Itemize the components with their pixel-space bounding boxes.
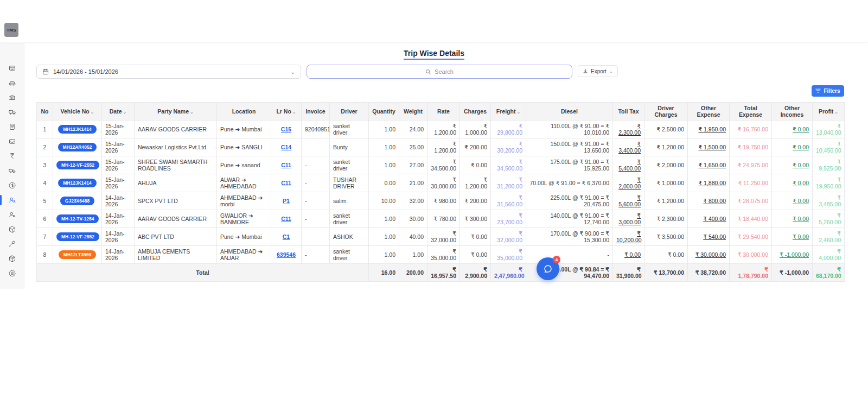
other_expense-link[interactable]: ₹ 1,500.00 (699, 144, 726, 150)
other_incomes-link[interactable]: ₹ 0.00 (793, 144, 809, 150)
cell-other_incomes[interactable]: ₹ 0.00 (772, 210, 813, 228)
sidebar-item-tools[interactable] (0, 239, 24, 249)
sort-icon[interactable]: ⌄ (123, 110, 127, 115)
cell-vehicle[interactable]: MH-12-VF-2552 (53, 156, 102, 174)
cell-other_expense[interactable]: ₹ 540.00 (688, 228, 730, 246)
other_expense-link[interactable]: ₹ 400.00 (703, 216, 726, 222)
cell-other_expense[interactable]: ₹ 1,500.00 (688, 138, 730, 156)
toll-link[interactable]: ₹ 2,300.00 (618, 123, 641, 136)
cell-lr[interactable]: C15 (271, 121, 302, 138)
sidebar-item-party-search[interactable] (0, 195, 24, 205)
cell-other_incomes[interactable]: ₹ 0.00 (772, 192, 813, 210)
table-row[interactable]: 7MH-12-VF-255214-Jan-2026ABC PVT LTDPune… (37, 228, 845, 246)
lr-number-link[interactable]: C11 (281, 216, 291, 222)
sidebar-item-fuel-machine[interactable] (0, 122, 24, 131)
cell-other_expense[interactable]: ₹ 800.00 (688, 192, 730, 210)
cell-lr[interactable]: 639546 (271, 246, 302, 264)
other_expense-link[interactable]: ₹ 1,880.00 (699, 180, 726, 186)
sort-icon[interactable]: ⌄ (834, 110, 838, 115)
toll-link[interactable]: ₹ 2,000.00 (618, 176, 641, 189)
cell-vehicle[interactable]: MH-12-VF-2552 (53, 228, 102, 246)
lr-number-link[interactable]: C15 (281, 126, 291, 132)
sidebar-item-dashboard[interactable] (0, 64, 24, 73)
table-row[interactable]: 5GJ23X648814-Jan-2026SPCX PVT LTDAHMEDAB… (37, 192, 845, 210)
cell-lr[interactable]: C11 (271, 210, 302, 228)
sidebar-item-box[interactable] (0, 254, 24, 263)
table-row[interactable]: 4MH12JK141415-Jan-2026AHUJAALWAR ➜ AHMED… (37, 174, 845, 192)
table-row[interactable]: 3MH-12-VF-255215-Jan-2026SHREE SWAMI SAM… (37, 156, 845, 174)
sidebar-item-bank[interactable] (0, 93, 24, 102)
cell-vehicle[interactable]: GJ23X6488 (53, 192, 102, 210)
table-row[interactable]: 8MH12LT399914-Jan-2026AMBUJA CEMENTS LIM… (37, 246, 845, 264)
sidebar-item-dollar-coin[interactable] (0, 181, 24, 190)
cell-other_incomes[interactable]: ₹ -1,000.00 (772, 246, 813, 264)
cell-vehicle[interactable]: MH12JK1414 (53, 174, 102, 192)
other_expense-link[interactable]: ₹ 1,950.00 (699, 126, 726, 132)
cell-lr[interactable]: C11 (271, 174, 302, 192)
table-search-input[interactable]: Search (307, 65, 572, 79)
column-header-vehicle-no[interactable]: Vehicle No⌄ (53, 103, 102, 121)
cell-vehicle[interactable]: MH-12-TV-1254 (53, 210, 102, 228)
other_expense-link[interactable]: ₹ 800.00 (703, 198, 726, 204)
column-header-date[interactable]: Date⌄ (102, 103, 135, 121)
other_expense-link[interactable]: ₹ 1,650.00 (699, 162, 726, 168)
vehicle-number-pill[interactable]: MH-12-TV-1254 (56, 214, 99, 223)
other_incomes-link[interactable]: ₹ 0.00 (793, 216, 809, 222)
cell-lr[interactable]: P1 (271, 192, 302, 210)
other_incomes-link[interactable]: ₹ -1,000.00 (780, 251, 809, 258)
app-logo[interactable]: TMS (4, 23, 18, 37)
other_incomes-link[interactable]: ₹ 0.00 (793, 198, 809, 204)
toll-link[interactable]: ₹ 0.00 (624, 251, 641, 258)
sidebar-item-inbox[interactable] (0, 137, 24, 146)
toll-link[interactable]: ₹ 10,200.00 (616, 230, 642, 243)
lr-number-link[interactable]: C14 (281, 144, 291, 150)
vehicle-number-pill[interactable]: MH12LT3999 (59, 250, 96, 259)
cell-other_incomes[interactable]: ₹ 0.00 (772, 121, 813, 138)
table-row[interactable]: 2MH12AR405215-Jan-2026Newaskar Logistics… (37, 138, 845, 156)
cell-lr[interactable]: C1 (271, 228, 302, 246)
date-range-picker[interactable]: 14/01/2026 - 15/01/2026 ⌄ (36, 65, 301, 79)
toll-link[interactable]: ₹ 5,600.00 (618, 194, 641, 207)
column-header-freight[interactable]: Freight⌄ (491, 103, 526, 121)
cell-other_expense[interactable]: ₹ 400.00 (688, 210, 730, 228)
lr-number-link[interactable]: C11 (281, 162, 291, 168)
table-row[interactable]: 1MH12JK141415-Jan-2026AARAV GOODS CARRIE… (37, 121, 845, 138)
sidebar-item-delivery-truck[interactable] (0, 166, 24, 175)
column-header-lr-no[interactable]: Lr No⌄ (271, 103, 302, 121)
cell-toll[interactable]: ₹ 5,600.00 (613, 192, 644, 210)
sidebar-item-rupee[interactable] (0, 151, 24, 161)
other_incomes-link[interactable]: ₹ 0.00 (793, 233, 809, 240)
sort-icon[interactable]: ⌄ (516, 110, 520, 115)
toll-link[interactable]: ₹ 3,400.00 (618, 141, 641, 154)
cell-toll[interactable]: ₹ 3,400.00 (613, 138, 644, 156)
cell-lr[interactable]: C14 (271, 138, 302, 156)
cell-other_incomes[interactable]: ₹ 0.00 (772, 174, 813, 192)
export-button[interactable]: Export ⌄ (578, 65, 618, 77)
cell-other_incomes[interactable]: ₹ 0.00 (772, 228, 813, 246)
lr-number-link[interactable]: P1 (283, 198, 290, 204)
cell-other_expense[interactable]: ₹ 1,650.00 (688, 156, 730, 174)
cell-toll[interactable]: ₹ 2,000.00 (613, 174, 644, 192)
other_incomes-link[interactable]: ₹ 0.00 (793, 180, 809, 186)
cell-vehicle[interactable]: MH12JK1414 (53, 121, 102, 138)
cell-lr[interactable]: C11 (271, 156, 302, 174)
other_expense-link[interactable]: ₹ 30,000.00 (695, 251, 726, 258)
vehicle-number-pill[interactable]: GJ23X6488 (60, 197, 94, 205)
vehicle-number-pill[interactable]: MH12JK1414 (58, 125, 96, 134)
vehicle-number-pill[interactable]: MH-12-VF-2552 (56, 161, 99, 169)
cell-toll[interactable]: ₹ 5,400.00 (613, 156, 644, 174)
cell-toll[interactable]: ₹ 0.00 (613, 246, 644, 264)
cell-other_expense[interactable]: ₹ 1,880.00 (688, 174, 730, 192)
vehicle-number-pill[interactable]: MH12JK1414 (58, 179, 96, 187)
toll-link[interactable]: ₹ 5,400.00 (618, 159, 641, 172)
vehicle-number-pill[interactable]: MH12AR4052 (58, 143, 97, 151)
cell-toll[interactable]: ₹ 10,200.00 (613, 228, 644, 246)
sort-icon[interactable]: ⌄ (91, 110, 94, 115)
other_incomes-link[interactable]: ₹ 0.00 (793, 162, 809, 168)
lr-number-link[interactable]: 639546 (277, 251, 296, 258)
lr-number-link[interactable]: C11 (281, 180, 291, 186)
cell-vehicle[interactable]: MH12AR4052 (53, 138, 102, 156)
sidebar-item-staff-search[interactable] (0, 210, 24, 219)
sort-icon[interactable]: ⌄ (292, 110, 296, 115)
column-header-profit[interactable]: Profit⌄ (813, 103, 845, 121)
